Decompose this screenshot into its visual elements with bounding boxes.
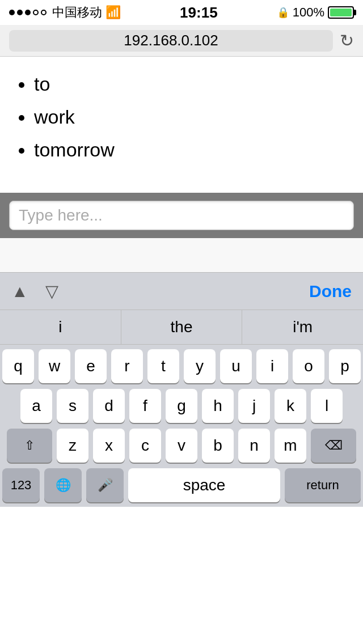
- key-v[interactable]: v: [166, 429, 197, 463]
- space-key[interactable]: space: [128, 468, 280, 502]
- dot2: [17, 10, 23, 15]
- list-item-3: tomorrow: [34, 134, 346, 167]
- key-t[interactable]: t: [147, 349, 179, 383]
- done-button[interactable]: Done: [309, 282, 352, 301]
- key-h[interactable]: h: [202, 389, 234, 423]
- keyboard-row-3: ⇧ z x c v b n m ⌫: [2, 429, 361, 463]
- key-j[interactable]: j: [238, 389, 270, 423]
- bullet-list: to work tomorrow: [17, 68, 346, 166]
- key-b[interactable]: b: [202, 429, 234, 463]
- carrier-label: 中国移动: [52, 4, 102, 21]
- key-i[interactable]: i: [256, 349, 288, 383]
- list-item-1: to: [34, 68, 346, 101]
- key-n[interactable]: n: [238, 429, 270, 463]
- key-a[interactable]: a: [20, 389, 52, 423]
- key-f[interactable]: f: [129, 389, 161, 423]
- gap-area: [0, 238, 363, 272]
- shift-key[interactable]: ⇧: [7, 429, 52, 463]
- up-arrow-button[interactable]: ▲: [11, 282, 28, 301]
- content-area: to work tomorrow: [0, 57, 363, 193]
- reload-button[interactable]: ↻: [340, 31, 354, 50]
- key-g[interactable]: g: [166, 389, 197, 423]
- dot4: [33, 10, 39, 15]
- battery-fill: [330, 9, 352, 16]
- numbers-key[interactable]: 123: [2, 468, 40, 502]
- globe-key[interactable]: 🌐: [44, 468, 82, 502]
- keyboard-toolbar: ▲ ▽ Done: [0, 272, 363, 310]
- status-right: 🔒 100%: [277, 5, 354, 20]
- key-u[interactable]: u: [220, 349, 252, 383]
- key-w[interactable]: w: [39, 349, 70, 383]
- list-item-2: work: [34, 101, 346, 134]
- battery-percent: 100%: [293, 5, 324, 20]
- key-x[interactable]: x: [93, 429, 125, 463]
- key-y[interactable]: y: [184, 349, 216, 383]
- dot5: [41, 10, 47, 15]
- mic-key[interactable]: 🎤: [86, 468, 124, 502]
- autocomplete-suggestion-2[interactable]: the: [121, 310, 242, 344]
- status-time: 19:15: [180, 4, 218, 22]
- wifi-icon: 📶: [105, 5, 121, 20]
- key-l[interactable]: l: [311, 389, 343, 423]
- keyboard-row-bottom: 123 🌐 🎤 space return: [2, 468, 361, 502]
- key-r[interactable]: r: [111, 349, 143, 383]
- autocomplete-suggestion-3[interactable]: i'm: [242, 310, 363, 344]
- url-display[interactable]: 192.168.0.102: [9, 30, 333, 52]
- key-k[interactable]: k: [275, 389, 306, 423]
- battery-icon: [328, 6, 354, 19]
- delete-key[interactable]: ⌫: [311, 429, 356, 463]
- down-arrow-button[interactable]: ▽: [45, 281, 58, 301]
- dot1: [9, 10, 15, 15]
- text-input[interactable]: [9, 201, 354, 230]
- return-key[interactable]: return: [285, 468, 361, 502]
- address-bar: 192.168.0.102 ↻: [0, 25, 363, 57]
- lock-icon: 🔒: [277, 6, 289, 19]
- autocomplete-suggestion-1[interactable]: i: [0, 310, 121, 344]
- key-d[interactable]: d: [93, 389, 125, 423]
- key-z[interactable]: z: [57, 429, 88, 463]
- key-m[interactable]: m: [275, 429, 306, 463]
- dot3: [25, 10, 31, 15]
- keyboard-row-2: a s d f g h j k l: [2, 389, 361, 423]
- key-q[interactable]: q: [2, 349, 34, 383]
- keyboard-row-1: q w e r t y u i o p: [2, 349, 361, 383]
- key-s[interactable]: s: [57, 389, 88, 423]
- key-p[interactable]: p: [329, 349, 361, 383]
- nav-arrows: ▲ ▽: [11, 281, 58, 301]
- status-left: 中国移动 📶: [9, 4, 121, 21]
- toolbar-area: [0, 193, 363, 238]
- status-bar: 中国移动 📶 19:15 🔒 100%: [0, 0, 363, 25]
- key-e[interactable]: e: [75, 349, 107, 383]
- signal-dots: [9, 10, 47, 15]
- key-o[interactable]: o: [293, 349, 324, 383]
- keyboard: q w e r t y u i o p a s d f g h j k l ⇧ …: [0, 345, 363, 507]
- key-c[interactable]: c: [129, 429, 161, 463]
- autocomplete-row: i the i'm: [0, 310, 363, 345]
